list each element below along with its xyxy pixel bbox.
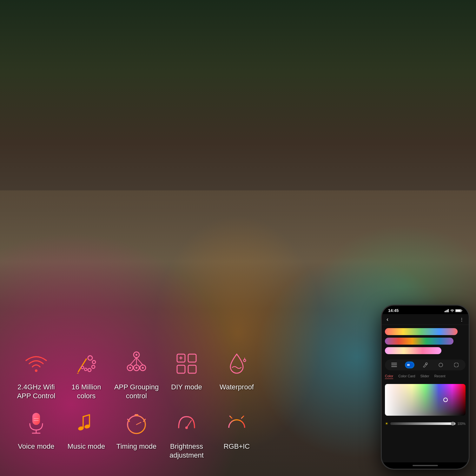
battery-icon: [455, 309, 462, 312]
wifi-icon-container: [20, 348, 52, 380]
svg-point-19: [136, 354, 137, 356]
music-icon: [74, 410, 99, 436]
tab-brush[interactable]: [420, 361, 430, 368]
color-picker-cursor: [443, 398, 448, 402]
svg-point-26: [244, 359, 246, 361]
brightness-sun-icon: ☀: [385, 421, 388, 426]
waterproof-label: Waterproof: [220, 383, 254, 392]
svg-point-70: [439, 363, 443, 367]
color-picker-tabs: Color Color Card Slider Recent: [385, 374, 466, 379]
feature-brightness: Brightness adjustment: [163, 407, 210, 460]
svg-line-36: [136, 422, 141, 425]
content-layer: 2.4GHz Wifi APP Control 16 Million c: [0, 0, 476, 476]
svg-rect-71: [454, 363, 459, 367]
tab-menu[interactable]: [389, 361, 399, 368]
svg-point-17: [136, 367, 137, 369]
svg-point-0: [35, 369, 37, 372]
waterproof-icon: [224, 351, 249, 376]
feature-music: Music mode: [63, 407, 110, 460]
brightness-value: 100%: [457, 422, 466, 426]
svg-line-1: [78, 359, 86, 372]
svg-rect-57: [446, 310, 447, 312]
svg-rect-68: [407, 364, 410, 366]
svg-point-16: [129, 367, 131, 369]
svg-point-43: [185, 426, 188, 429]
svg-rect-21: [188, 354, 196, 362]
svg-marker-2: [77, 373, 79, 374]
signal-icon: [445, 309, 449, 312]
status-icons: [445, 309, 462, 312]
svg-rect-64: [391, 363, 397, 364]
brightness-label: Brightness adjustment: [163, 442, 210, 460]
nav-menu-icon[interactable]: ⋮: [459, 317, 464, 322]
color-tab-recent[interactable]: Recent: [434, 374, 446, 379]
rgb-strip-1: [385, 328, 458, 335]
svg-rect-66: [391, 366, 397, 367]
svg-rect-65: [391, 365, 397, 366]
phone-mockup: 14:45: [381, 305, 470, 470]
rgbic-icon-container: [221, 407, 253, 439]
color-tab-card[interactable]: Color Card: [398, 374, 415, 379]
tab-power[interactable]: [452, 361, 461, 368]
rgbic-label: RGB+IC: [224, 442, 250, 451]
svg-point-5: [92, 365, 95, 368]
diy-icon-container: [171, 348, 202, 380]
svg-line-48: [241, 416, 244, 418]
timer-icon: [124, 410, 149, 436]
tab-color[interactable]: [405, 361, 414, 368]
feature-colors: 16 Million colors: [63, 348, 110, 401]
svg-rect-62: [456, 310, 461, 312]
wifi-status-icon: [450, 309, 454, 312]
feature-timing: Timing mode: [113, 407, 160, 460]
svg-rect-22: [177, 365, 185, 373]
rgb-strips: [385, 328, 466, 354]
svg-point-8: [81, 366, 84, 369]
music-label: Music mode: [68, 442, 105, 451]
phone-nav-bar[interactable]: ‹ ⋮: [382, 314, 469, 325]
phone-outer: 14:45: [381, 305, 470, 470]
tab-scene[interactable]: [436, 361, 446, 368]
svg-rect-23: [188, 365, 196, 373]
brightness-slider[interactable]: [390, 422, 455, 425]
color-tab-color[interactable]: Color: [385, 374, 393, 379]
rgb-strip-2: [385, 338, 453, 345]
svg-point-7: [84, 368, 87, 371]
grouping-icon: [124, 351, 149, 376]
microphone-icon-container: [20, 407, 52, 439]
grouping-label: APP Grouping control: [113, 383, 160, 401]
svg-rect-63: [462, 310, 462, 311]
color-tab-slider[interactable]: Slider: [420, 374, 429, 379]
wifi-icon: [23, 351, 49, 376]
diy-icon: [174, 351, 199, 376]
feature-diy: DIY mode: [163, 348, 210, 401]
phone-screen: 14:45: [382, 306, 469, 469]
svg-line-12: [136, 358, 143, 365]
feature-grouping: APP Grouping control: [113, 348, 160, 401]
back-button[interactable]: ‹: [387, 316, 388, 323]
svg-point-60: [452, 311, 453, 312]
brightness-bar: ☀ 100%: [385, 420, 466, 427]
voice-label: Voice mode: [18, 442, 55, 451]
timer-icon-container: [121, 407, 152, 439]
svg-rect-56: [445, 311, 446, 312]
svg-line-10: [130, 358, 136, 365]
status-time: 14:45: [388, 308, 399, 313]
wifi-label: 2.4GHz Wifi APP Control: [13, 383, 60, 401]
svg-rect-59: [448, 309, 449, 312]
color-gradient-picker[interactable]: [385, 384, 466, 416]
home-indicator: [413, 465, 438, 466]
brightness-icon-container: [171, 407, 202, 439]
microphone-icon: [23, 410, 49, 436]
waterproof-icon-container: [221, 348, 253, 380]
phone-home-bar: [382, 462, 469, 469]
rgb-strip-3: [385, 347, 441, 354]
svg-point-18: [142, 367, 144, 369]
svg-line-47: [230, 416, 232, 418]
palette-icon-container: [70, 348, 102, 380]
feature-voice: Voice mode: [13, 407, 60, 460]
brightness-icon: [174, 410, 199, 436]
feature-waterproof: Waterproof: [213, 348, 260, 401]
svg-rect-37: [135, 414, 138, 416]
app-mode-tabs: [385, 360, 466, 370]
svg-point-6: [88, 368, 91, 372]
